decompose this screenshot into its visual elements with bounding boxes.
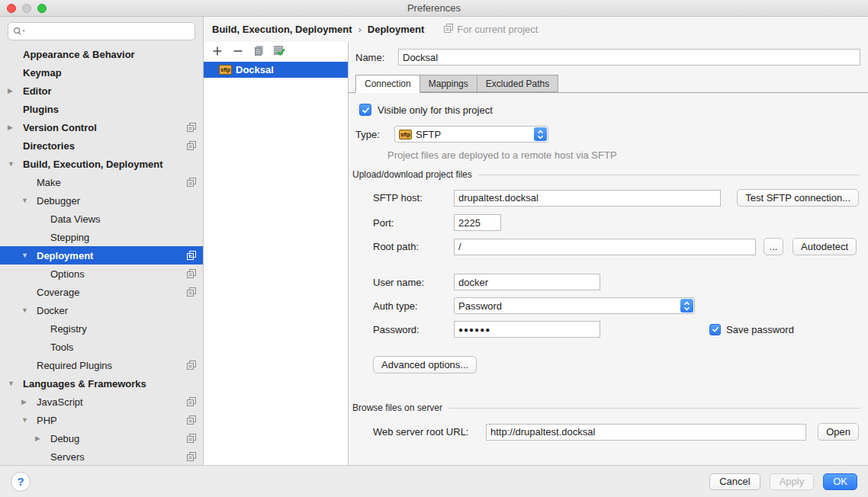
autodetect-button[interactable]: Autodetect	[792, 238, 857, 255]
sidebar-item-label: JavaScript	[37, 396, 83, 408]
chevron-down-icon[interactable]: ▼	[20, 306, 37, 314]
sidebar-item-languages-frameworks[interactable]: ▼Languages & Frameworks	[0, 374, 203, 393]
sftp-host-label: SFTP host:	[373, 192, 454, 204]
port-field[interactable]	[454, 214, 501, 231]
upload-section-header: Upload/download project files	[352, 169, 860, 180]
server-list-item-docksal[interactable]: sftpDocksal	[204, 62, 348, 78]
default-server-button[interactable]	[272, 45, 286, 59]
sidebar-item-stepping[interactable]: Stepping	[0, 228, 203, 246]
sftp-host-field[interactable]	[454, 190, 721, 207]
sidebar-item-version-control[interactable]: ▶Version Control	[0, 118, 203, 136]
sidebar-item-label: Deployment	[37, 250, 93, 261]
cancel-button[interactable]: Cancel	[709, 473, 760, 490]
sidebar-item-label: PHP	[37, 415, 57, 426]
sidebar-item-make[interactable]: Make	[0, 173, 203, 191]
sidebar-item-appearance-behavior[interactable]: Appearance & Behavior	[0, 45, 203, 63]
chevron-down-icon[interactable]: ▼	[20, 416, 37, 424]
root-path-label: Root path:	[373, 241, 454, 252]
chevron-right-icon[interactable]: ▶	[34, 434, 50, 442]
use-as-default-icon	[273, 45, 285, 59]
web-root-field[interactable]	[486, 424, 806, 441]
sidebar-item-label: Options	[50, 268, 85, 280]
sidebar-item-debugger[interactable]: ▼Debugger	[0, 191, 203, 210]
chevron-down-icon[interactable]: ▼	[6, 160, 23, 168]
type-label: Type:	[355, 129, 394, 140]
search-input[interactable]	[29, 26, 190, 37]
save-password-checkbox[interactable]	[709, 324, 721, 335]
sidebar-item-registry[interactable]: Registry	[0, 319, 203, 338]
type-select[interactable]: sftp SFTP	[394, 126, 548, 143]
shared-project-icon	[187, 452, 196, 461]
chevron-right-icon[interactable]: ▶	[20, 398, 37, 406]
sftp-icon: sftp	[399, 130, 412, 139]
sidebar-item-servers[interactable]: Servers	[0, 447, 203, 465]
sidebar-item-tools[interactable]: Tools	[0, 338, 203, 356]
breadcrumb-parent[interactable]: Build, Execution, Deployment	[212, 24, 352, 35]
add-server-button[interactable]	[211, 45, 224, 59]
search-box[interactable]	[8, 22, 195, 40]
root-path-field[interactable]	[454, 239, 756, 255]
sidebar-item-label: Build, Execution, Deployment	[23, 159, 162, 170]
sidebar-item-label: Registry	[50, 323, 87, 335]
sidebar-item-plugins[interactable]: Plugins	[0, 100, 203, 118]
chevron-right-icon[interactable]: ▶	[6, 123, 23, 131]
tab-excluded-paths[interactable]: Excluded Paths	[477, 75, 558, 92]
server-list-panel: sftpDocksal	[204, 42, 349, 465]
copy-icon	[253, 45, 265, 59]
sidebar-item-docker[interactable]: ▼Docker	[0, 301, 203, 319]
sidebar-item-required-plugins[interactable]: Required Plugins	[0, 356, 203, 374]
user-name-label: User name:	[373, 277, 454, 288]
question-mark-icon: ?	[17, 475, 24, 488]
sftp-icon: sftp	[219, 65, 232, 75]
sidebar-item-editor[interactable]: ▶Editor	[0, 82, 203, 100]
sidebar-item-data-views[interactable]: Data Views	[0, 210, 203, 228]
server-name: Docksal	[236, 64, 274, 75]
visible-only-checkbox[interactable]	[359, 104, 371, 116]
chevron-right-icon[interactable]: ▶	[6, 87, 23, 95]
scope-label: For current project	[457, 24, 538, 35]
apply-button[interactable]: Apply	[770, 473, 815, 490]
copy-server-button[interactable]	[252, 45, 265, 59]
ok-button[interactable]: OK	[823, 473, 857, 490]
browse-root-path-button[interactable]: ...	[764, 238, 783, 255]
password-label: Password:	[373, 324, 454, 335]
server-list: sftpDocksal	[204, 62, 348, 78]
test-sftp-connection-button[interactable]: Test SFTP connection...	[737, 189, 859, 207]
sidebar-item-label: Coverage	[37, 287, 79, 298]
remove-server-button[interactable]	[231, 45, 245, 59]
open-button[interactable]: Open	[818, 423, 859, 441]
sidebar-item-label: Tools	[50, 341, 73, 353]
chevron-down-icon[interactable]: ▼	[20, 197, 37, 204]
sidebar-item-label: Servers	[50, 451, 85, 463]
dropdown-stepper-icon	[534, 127, 547, 141]
sidebar-item-debug[interactable]: ▶Debug	[0, 429, 203, 447]
help-button[interactable]: ?	[11, 472, 31, 492]
sidebar-item-directories[interactable]: Directories	[0, 136, 203, 155]
sidebar-item-options[interactable]: Options	[0, 265, 203, 283]
sidebar-item-deployment[interactable]: ▼Deployment	[0, 246, 203, 265]
sidebar-item-keymap[interactable]: Keymap	[0, 63, 203, 82]
sidebar-item-label: Stepping	[50, 232, 89, 243]
search-icon	[13, 27, 26, 36]
shared-project-icon	[187, 251, 196, 260]
sidebar-item-php[interactable]: ▼PHP	[0, 411, 203, 429]
sidebar-item-label: Directories	[23, 140, 75, 152]
password-field[interactable]	[454, 321, 600, 338]
user-name-field[interactable]	[454, 274, 600, 290]
name-field[interactable]	[398, 49, 860, 66]
sidebar-item-coverage[interactable]: Coverage	[0, 283, 203, 301]
shared-project-icon	[187, 269, 196, 278]
chevron-down-icon[interactable]: ▼	[6, 380, 23, 387]
dropdown-stepper-icon	[680, 299, 693, 313]
chevron-down-icon[interactable]: ▼	[20, 252, 37, 259]
shared-project-icon	[187, 287, 196, 297]
advanced-options-button[interactable]: Advanced options...	[373, 356, 477, 374]
sidebar-item-build-execution-deployment[interactable]: ▼Build, Execution, Deployment	[0, 155, 203, 173]
tab-mappings[interactable]: Mappings	[420, 75, 477, 92]
browse-section-header: Browse files on server	[352, 402, 860, 413]
tab-connection[interactable]: Connection	[355, 75, 420, 93]
sidebar-item-label: Languages & Frameworks	[23, 378, 146, 390]
sidebar-item-javascript[interactable]: ▶JavaScript	[0, 393, 203, 411]
auth-type-select[interactable]: Password	[454, 297, 695, 314]
server-list-toolbar	[204, 42, 348, 62]
